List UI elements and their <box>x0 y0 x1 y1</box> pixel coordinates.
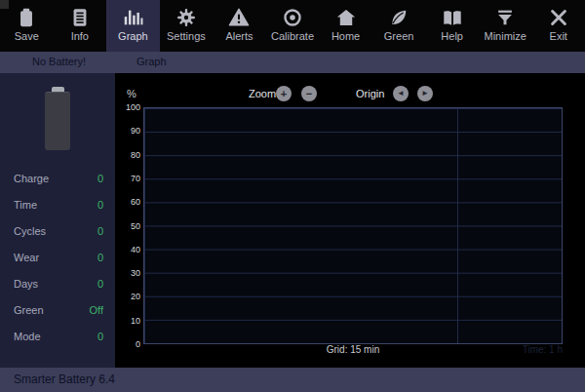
stat-row-cycles: Cycles0 <box>0 217 115 244</box>
zoom-out-button[interactable]: − <box>301 86 317 101</box>
plot-area <box>143 107 563 344</box>
y-tick-label: 30 <box>115 268 140 278</box>
toolbar-button-minimize[interactable]: Minimize <box>479 0 532 52</box>
window-corner-artifact <box>0 0 9 9</box>
stat-value: 0 <box>98 173 103 184</box>
origin-left-button[interactable]: ◄ <box>393 86 409 101</box>
statusbar: Smarter Battery 6.4 <box>0 368 585 392</box>
toolbar-button-label: Home <box>332 30 360 42</box>
toolbar-button-label: Info <box>71 30 89 42</box>
stat-value: 0 <box>98 252 103 263</box>
y-tick-label: 40 <box>115 245 140 255</box>
toolbar-button-label: Green <box>384 30 414 42</box>
y-tick-label: 50 <box>115 221 140 231</box>
stat-row-time: Time0 <box>0 191 115 217</box>
stat-label: Green <box>14 304 44 316</box>
stat-label: Charge <box>14 173 49 184</box>
y-tick-label: 10 <box>115 316 140 326</box>
toolbar-button-label: Minimize <box>484 30 526 42</box>
smarter-battery-window: SaveInfoGraphSettingsAlertsCalibrateHome… <box>0 0 585 392</box>
toolbar-button-home[interactable]: Home <box>319 0 372 52</box>
stat-value: Off <box>90 304 103 316</box>
y-tick-label: 80 <box>115 150 140 160</box>
time-span-label: Time: 1 h <box>143 344 563 355</box>
battery-save-icon <box>16 7 37 28</box>
toolbar: SaveInfoGraphSettingsAlertsCalibrateHome… <box>0 0 585 52</box>
toolbar-button-label: Calibrate <box>271 30 314 42</box>
toolbar-button-label: Graph <box>118 30 148 42</box>
battery-stats-list: Charge0Time0Cycles0Wear0Days0GreenOffMod… <box>0 165 115 349</box>
content-area: Charge0Time0Cycles0Wear0Days0GreenOffMod… <box>0 73 585 368</box>
stat-label: Time <box>14 199 37 211</box>
stat-value: 0 <box>98 278 103 290</box>
toolbar-button-label: Save <box>15 30 39 42</box>
y-tick-label: 0 <box>115 339 140 349</box>
sidebar: Charge0Time0Cycles0Wear0Days0GreenOffMod… <box>0 73 115 368</box>
stat-label: Mode <box>14 331 41 342</box>
toolbar-button-label: Help <box>441 30 463 42</box>
zoom-in-button[interactable]: + <box>276 86 292 101</box>
zoom-label: Zoom <box>249 88 276 99</box>
origin-right-button[interactable]: ► <box>417 86 433 101</box>
toolbar-button-info[interactable]: Info <box>54 0 107 52</box>
y-axis-ticks: 1009080706050403020100 <box>115 73 140 368</box>
home-icon <box>335 7 357 28</box>
graph-panel: % Zoom + − Origin ◄ ► 100908070605040302… <box>115 73 585 368</box>
toolbar-button-graph[interactable]: Graph <box>106 0 160 52</box>
toolbar-button-help[interactable]: Help <box>425 0 479 52</box>
warning-icon <box>228 7 250 28</box>
stat-row-wear: Wear0 <box>0 244 115 270</box>
toolbar-button-settings[interactable]: Settings <box>160 0 214 52</box>
toolbar-button-label: Alerts <box>225 30 253 42</box>
battery-icon <box>45 87 70 150</box>
battery-status-text: No Battery! <box>32 56 86 67</box>
stat-row-mode: Mode0 <box>0 323 115 349</box>
leaf-icon <box>388 7 410 28</box>
y-tick-label: 90 <box>115 126 140 136</box>
toolbar-button-green[interactable]: Green <box>372 0 426 52</box>
y-tick-label: 60 <box>115 197 140 207</box>
info-document-icon <box>69 7 91 28</box>
bar-chart-icon <box>122 7 143 28</box>
close-icon <box>548 7 569 28</box>
stat-row-days: Days0 <box>0 270 115 296</box>
toolbar-button-alerts[interactable]: Alerts <box>213 0 266 52</box>
battery-body <box>45 92 70 150</box>
stat-value: 0 <box>98 199 103 211</box>
toolbar-button-exit[interactable]: Exit <box>531 0 585 52</box>
book-icon <box>442 7 463 28</box>
origin-label: Origin <box>356 88 384 99</box>
y-tick-label: 20 <box>115 292 140 301</box>
stat-label: Days <box>14 278 38 290</box>
stat-row-charge: Charge0 <box>0 165 115 191</box>
stat-value: 0 <box>98 225 103 237</box>
stat-label: Cycles <box>14 225 46 237</box>
y-tick-label: 100 <box>115 102 140 112</box>
y-tick-label: 70 <box>115 174 140 183</box>
stat-row-green: GreenOff <box>0 296 115 323</box>
target-icon <box>282 7 303 28</box>
minimize-icon <box>494 7 516 28</box>
toolbar-button-label: Exit <box>550 30 567 42</box>
app-version-label: Smarter Battery 6.4 <box>14 372 115 386</box>
toolbar-button-calibrate[interactable]: Calibrate <box>266 0 320 52</box>
infobar: No Battery! Graph <box>0 52 585 73</box>
gear-icon <box>176 7 197 28</box>
stat-label: Wear <box>14 252 39 263</box>
toolbar-button-label: Settings <box>167 30 206 42</box>
current-view-label: Graph <box>136 56 167 67</box>
stat-value: 0 <box>98 331 103 342</box>
